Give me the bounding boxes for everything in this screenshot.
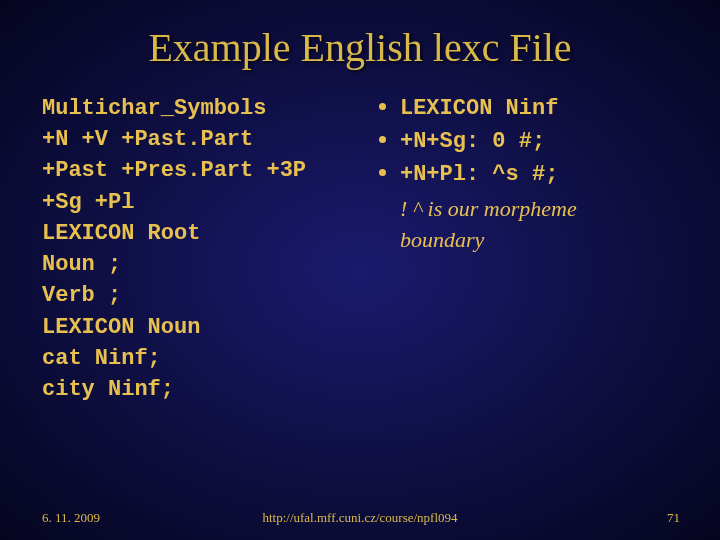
content-area: Multichar_Symbols +N +V +Past.Part +Past… <box>0 83 720 405</box>
code-line: LEXICON Root <box>42 218 379 249</box>
footer: 6. 11. 2009 http://ufal.mff.cuni.cz/cour… <box>0 510 720 526</box>
code-line: +N +V +Past.Part <box>42 124 379 155</box>
code-line: Multichar_Symbols <box>42 93 379 124</box>
bullet-item: LEXICON Ninf <box>379 93 690 124</box>
bullet-item: +N+Sg: 0 #; <box>379 126 690 157</box>
bullet-text: +N+Sg: 0 #; <box>400 126 545 157</box>
right-column: LEXICON Ninf +N+Sg: 0 #; +N+Pl: ^s #; ! … <box>379 93 690 405</box>
code-line: city Ninf; <box>42 374 379 405</box>
footer-url: http://ufal.mff.cuni.cz/course/npfl094 <box>0 510 720 526</box>
slide-title: Example English lexc File <box>0 0 720 83</box>
comment-line: ! ^ is our morpheme <box>400 193 690 224</box>
bullet-icon <box>379 103 386 110</box>
comment-line: boundary <box>400 224 690 255</box>
code-line: +Sg +Pl <box>42 187 379 218</box>
code-line: cat Ninf; <box>42 343 379 374</box>
code-line: +Past +Pres.Part +3P <box>42 155 379 186</box>
bullet-text: +N+Pl: ^s #; <box>400 159 558 190</box>
bullet-icon <box>379 136 386 143</box>
bullet-icon <box>379 169 386 176</box>
left-column: Multichar_Symbols +N +V +Past.Part +Past… <box>42 93 379 405</box>
bullet-item: +N+Pl: ^s #; <box>379 159 690 190</box>
bullet-text: LEXICON Ninf <box>400 93 558 124</box>
code-line: LEXICON Noun <box>42 312 379 343</box>
slide: Example English lexc File Multichar_Symb… <box>0 0 720 540</box>
code-line: Verb ; <box>42 280 379 311</box>
code-line: Noun ; <box>42 249 379 280</box>
